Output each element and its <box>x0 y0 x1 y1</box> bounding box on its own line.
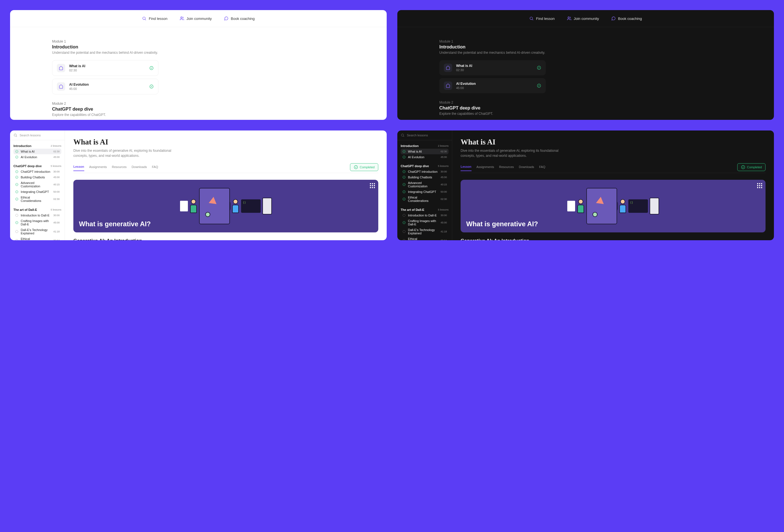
tab-assignments[interactable]: Assignments <box>89 165 107 171</box>
nav-label: Join community <box>187 17 212 21</box>
tab-faq[interactable]: FAQ <box>539 165 545 171</box>
sidebar-section-title: The art of Dall-E <box>13 208 37 212</box>
tabs: Lesson Assignments Resources Downloads F… <box>460 163 765 173</box>
sidebar-item[interactable]: Introduction to Dall-E30:00 <box>13 213 61 218</box>
sidebar-item-label: Ethical Considerations <box>408 196 438 202</box>
sidebar-section: ChatGPT deep dive5 lessonsChatGPT introd… <box>10 161 65 204</box>
page-title: What is AI <box>73 138 378 146</box>
nav-label: Find lesson <box>149 17 167 21</box>
tab-downloads[interactable]: Downloads <box>519 165 534 171</box>
video-player[interactable]: What is generative AI? <box>73 180 378 232</box>
module-desc: Explore the capabilities of ChatGPT. <box>439 112 732 116</box>
tab-downloads[interactable]: Downloads <box>132 165 147 171</box>
video-player[interactable]: What is generative AI? <box>460 180 765 232</box>
check-circle-icon <box>15 183 19 186</box>
module-title: Introduction <box>52 45 345 50</box>
svg-point-17 <box>16 214 18 217</box>
search-input[interactable] <box>20 134 61 137</box>
grid-icon[interactable] <box>757 183 762 188</box>
lesson-time: 02:30 <box>456 68 537 72</box>
sidebar-item-label: Building Chatbots <box>21 175 45 179</box>
sidebar-section-count: 2 lessons <box>438 144 449 147</box>
page-title: What is AI <box>460 138 765 146</box>
sidebar-item[interactable]: Crafting Images with Dall-E45:00 <box>401 218 449 227</box>
sidebar-item[interactable]: Building Chatbots45:00 <box>401 174 449 180</box>
tab-assignments[interactable]: Assignments <box>477 165 494 171</box>
nav-label: Book coaching <box>618 17 642 21</box>
sidebar-item[interactable]: Advanced Customization40:15 <box>401 180 449 189</box>
check-circle-icon <box>402 170 406 173</box>
sidebar-item[interactable]: Introduction to Dall-E30:00 <box>401 213 449 218</box>
completed-button[interactable]: Completed <box>737 163 765 171</box>
check-circle-icon <box>402 150 406 153</box>
sidebar-item[interactable]: Integrating ChatGPT50:00 <box>13 189 61 195</box>
tab-resources[interactable]: Resources <box>499 165 514 171</box>
sidebar-item[interactable]: What is AI02:30 <box>401 149 449 154</box>
module-desc: Understand the potential and the mechani… <box>439 51 732 55</box>
sidebar-item-duration: 40:15 <box>53 183 60 186</box>
users-icon <box>567 16 571 21</box>
module-block: Module 2 ChatGPT deep dive Explore the c… <box>52 102 345 120</box>
sidebar-item-duration: 35:24 <box>53 239 60 240</box>
check-circle-icon <box>537 83 541 88</box>
nav-book-coaching[interactable]: Book coaching <box>611 16 642 21</box>
sidebar-section-title: Introduction <box>13 144 31 147</box>
sidebar-item[interactable]: Ethical Considerations35:24 <box>401 236 449 240</box>
sidebar-section-title: ChatGPT deep dive <box>401 164 429 168</box>
sidebar-section-title: The art of Dall-E <box>401 208 424 212</box>
sidebar-item[interactable]: Crafting Images with Dall-E45:00 <box>13 218 61 227</box>
sidebar-item-label: Advanced Customization <box>408 181 438 188</box>
lesson-card[interactable]: AI Evolution 45:00 <box>439 78 546 93</box>
sidebar-item-label: Ethical Considerations <box>21 196 51 202</box>
sidebar-item[interactable]: Dall-E's Technology Explained41:18 <box>401 227 449 236</box>
completed-button[interactable]: Completed <box>350 163 378 171</box>
sidebar-item[interactable]: Building Chatbots45:00 <box>13 174 61 180</box>
sidebar-item[interactable]: Dall-E's Technology Explained41:18 <box>13 227 61 236</box>
sidebar-item[interactable]: AI Evolution45:00 <box>401 154 449 160</box>
sidebar-item[interactable]: Advanced Customization40:15 <box>13 180 61 189</box>
nav-find-lesson[interactable]: Find lesson <box>142 16 167 21</box>
tab-resources[interactable]: Resources <box>112 165 127 171</box>
sidebar-item-duration: 41:18 <box>53 230 60 233</box>
lesson-card[interactable]: What is AI 02:30 <box>439 60 546 75</box>
nav-book-coaching[interactable]: Book coaching <box>224 16 254 21</box>
sidebar-item[interactable]: Integrating ChatGPT50:00 <box>401 189 449 195</box>
sidebar-item[interactable]: ChatGPT introduction30:00 <box>13 169 61 174</box>
sidebar-item[interactable]: What is AI02:30 <box>13 149 61 154</box>
sidebar-item-duration: 40:15 <box>441 183 447 186</box>
module-label: Module 2 <box>52 102 345 106</box>
nav-find-lesson[interactable]: Find lesson <box>529 16 554 21</box>
tab-faq[interactable]: FAQ <box>152 165 158 171</box>
circle-icon <box>15 239 19 240</box>
lesson-card[interactable]: AI Evolution 45:00 <box>52 79 159 94</box>
circle-icon <box>15 230 19 233</box>
video-title: What is generative AI? <box>466 220 538 228</box>
search-input[interactable] <box>407 134 449 137</box>
sidebar-item-duration: 45:00 <box>53 221 60 224</box>
svg-point-23 <box>401 134 403 136</box>
sidebar-item[interactable]: Ethical Considerations35:24 <box>13 236 61 240</box>
sidebar-item-label: Introduction to Dall-E <box>408 214 437 217</box>
svg-point-33 <box>403 230 405 233</box>
svg-point-34 <box>403 240 405 241</box>
svg-point-19 <box>16 230 18 233</box>
sidebar-item[interactable]: AI Evolution45:00 <box>13 154 61 160</box>
sidebar-item-label: What is AI <box>21 150 35 153</box>
lesson-card[interactable]: What is AI 02:30 <box>52 60 159 76</box>
sidebar-item-duration: 30:00 <box>53 170 60 173</box>
search-input-wrap[interactable] <box>10 131 65 140</box>
nav-join-community[interactable]: Join community <box>567 16 599 21</box>
sidebar-item[interactable]: Ethical Considerations02:30 <box>13 195 61 203</box>
circle-icon <box>402 239 406 240</box>
sidebar-item-label: Building Chatbots <box>408 175 432 179</box>
tab-lesson[interactable]: Lesson <box>460 165 472 171</box>
search-input-wrap[interactable] <box>397 131 452 140</box>
sidebar-item[interactable]: Ethical Considerations02:30 <box>401 195 449 203</box>
sidebar-item-label: Ethical Considerations <box>408 237 438 240</box>
nav-join-community[interactable]: Join community <box>180 16 212 21</box>
sidebar-item[interactable]: ChatGPT introduction30:00 <box>401 169 449 174</box>
lesson-name: What is AI <box>456 64 537 68</box>
check-circle-icon <box>402 183 406 186</box>
grid-icon[interactable] <box>370 183 375 188</box>
tab-lesson[interactable]: Lesson <box>73 165 84 171</box>
